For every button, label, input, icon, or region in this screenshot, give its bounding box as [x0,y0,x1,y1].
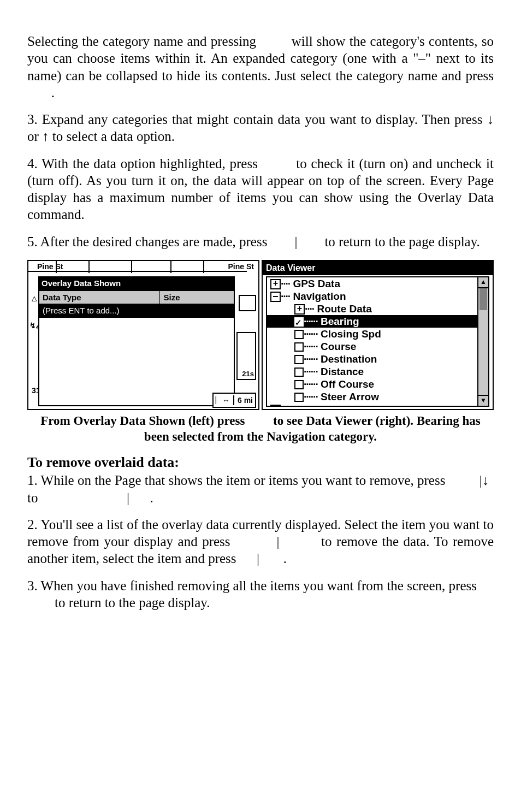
tree-item-off-course[interactable]: ······ Off Course [267,378,488,390]
tree-item-label: Steer Arrow [321,391,379,402]
scroll-down-icon[interactable]: ▼ [478,395,488,406]
data-viewer-title: Data Viewer [263,261,493,275]
checkbox-icon[interactable] [294,330,304,339]
tree-item-bearing[interactable]: ······ Bearing [267,315,488,328]
tree-item-label: Closing Spd [321,328,381,340]
tree-item-trip-calculator[interactable]: +···· Trip Calculator [267,403,488,407]
collapse-icon[interactable]: – [270,292,281,302]
checkbox-icon[interactable] [294,393,304,402]
tree-item-distance[interactable]: ······ Distance [267,365,488,378]
overlay-data-title: Overlay Data Shown [38,276,235,290]
tree-item-label: Bearing [321,316,359,327]
tree-item-label: Off Course [321,378,374,390]
checkbox-icon[interactable] [294,380,304,389]
tree-connector-dots: ······ [304,353,318,365]
map-scale-box: ⎸ ↔ 6 mi [212,393,256,408]
paragraph-7: 3. When you have finished removing all t… [27,577,494,612]
checkbox-icon[interactable] [294,317,304,327]
paragraph-1: Selecting the category name and pressing… [27,33,494,101]
tree-connector-dots: ······ [304,366,318,377]
tree-item-label: Trip Calculator [293,404,365,407]
expand-icon[interactable]: + [294,304,305,315]
tree-item-label: Navigation [293,291,346,302]
paragraph-5: 1. While on the Page that shows the item… [27,472,494,506]
overlay-data-table: Data Type Size (Press ENT to add...) [38,290,235,318]
press-ent-hint[interactable]: (Press ENT to add...) [39,304,234,317]
expand-icon[interactable]: + [270,405,281,407]
overlay-data-window: Overlay Data Shown Data Type Size (Press… [38,276,235,406]
tree-item-steer-arrow[interactable]: ······ Steer Arrow [267,390,488,403]
map-arrow-icon: △ [32,293,37,303]
tree-scrollbar[interactable]: ▲ ▼ [477,277,488,406]
map-data-box-top [239,295,256,311]
tree-connector-dots: ···· [281,278,290,289]
tree-item-navigation[interactable]: –···· Navigation [267,290,488,303]
tree-connector-dots: ······ [304,316,318,327]
tree-item-closing-spd[interactable]: ······ Closing Spd [267,328,488,340]
scroll-up-icon[interactable]: ▲ [478,277,488,288]
expand-icon[interactable]: + [270,279,281,289]
checkbox-icon[interactable] [294,355,304,364]
tree-item-route-data[interactable]: +···· Route Data [267,303,488,315]
tree-item-gps-data[interactable]: +···· GPS Data [267,277,488,290]
overlay-data-list-empty [38,318,235,406]
remove-overlaid-heading: To remove overlaid data: [27,454,494,471]
checkbox-icon[interactable] [294,342,304,352]
tree-item-course[interactable]: ······ Course [267,340,488,353]
col-header-size: Size [160,291,234,304]
tree-connector-dots: ···· [305,303,314,315]
paragraph-6: 2. You'll see a list of the overlay data… [27,516,494,567]
map-scale-value: 6 mi [238,396,253,405]
tree-connector-dots: ······ [304,328,318,340]
tree-connector-dots: ···· [281,291,290,302]
map-street-label-left: Pine St [37,262,63,271]
tree-connector-dots: ···· [281,404,290,407]
map-data-box-mid: 21s [236,332,256,380]
data-viewer-tree: +···· GPS Data–···· Navigation+···· Rout… [266,276,489,407]
tree-item-label: GPS Data [293,278,340,289]
arrow-left-right-icon: ↔ [222,396,230,405]
figure-caption: From Overlay Data Shown (left) press to … [27,413,494,445]
tree-connector-dots: ······ [304,341,318,352]
tree-connector-dots: ······ [304,378,318,390]
tree-item-label: Route Data [317,303,371,315]
col-header-data-type: Data Type [39,291,160,304]
tree-item-label: Distance [321,366,364,377]
checkbox-icon[interactable] [294,368,304,377]
scroll-thumb[interactable] [479,288,487,310]
tree-item-label: Course [321,341,356,352]
paragraph-4: 5. After the desired changes are made, p… [27,233,494,250]
figure-data-viewer: Data Viewer +···· GPS Data–···· Navigati… [262,260,494,410]
figure-overlay-data-shown: Pine St Pine St △ ↯₄ 31 Overlay Data Sho… [27,260,259,410]
map-street-label-right: Pine St [228,262,254,271]
paragraph-3: 4. With the data option highlighted, pre… [27,155,494,223]
paragraph-2: 3. Expand any categories that might cont… [27,111,494,145]
tree-item-label: Destination [321,353,377,365]
tree-item-destination[interactable]: ······ Destination [267,353,488,365]
tree-connector-dots: ······ [304,391,318,402]
